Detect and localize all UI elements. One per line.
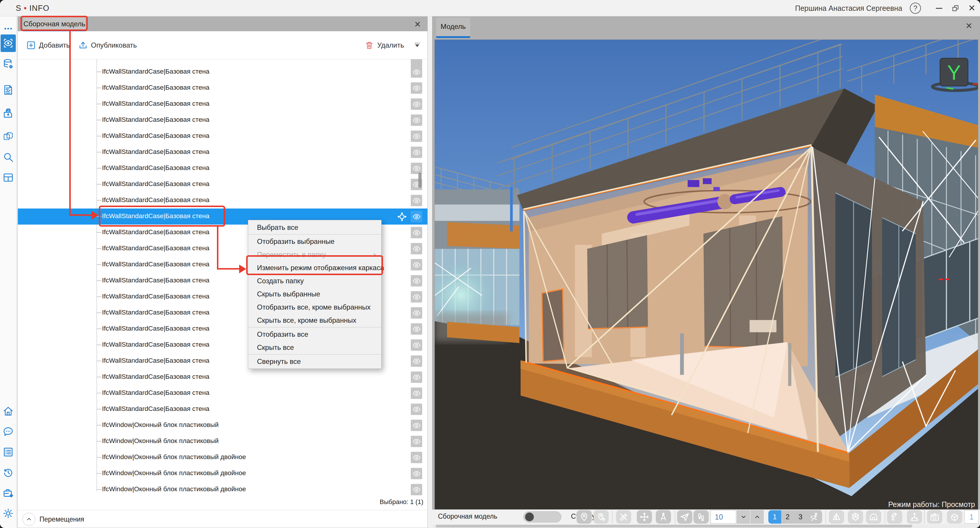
context-menu-item[interactable]: Отобразить выбранные › (248, 235, 381, 248)
context-menu-item[interactable]: Скрыть все › (248, 341, 381, 354)
visibility-eye-icon[interactable] (411, 323, 422, 335)
camera-icon[interactable] (927, 510, 942, 523)
context-menu-item[interactable]: › (248, 327, 381, 327)
context-menu-item[interactable]: Скрыть выбранные › (248, 287, 381, 301)
tree-row[interactable]: IfcWallStandardCase|Базовая стена (18, 64, 428, 80)
tunnel-dome-icon[interactable] (866, 510, 881, 523)
visibility-eye-icon[interactable] (411, 275, 422, 287)
visibility-eye-icon[interactable] (411, 355, 422, 367)
minimize-button[interactable] (931, 0, 947, 16)
history-icon[interactable] (1, 466, 15, 479)
collapse-chevron-icon[interactable] (22, 513, 35, 526)
visibility-eye-icon[interactable] (411, 82, 422, 94)
visibility-eye-icon-clipped[interactable] (411, 59, 422, 67)
context-menu-item[interactable]: Выбрать все › (248, 221, 381, 234)
tree-row[interactable]: IfcWallStandardCase|Базовая стена (18, 192, 428, 209)
elevation-up-icon[interactable] (907, 510, 922, 523)
move-arrows-icon[interactable] (637, 510, 652, 523)
report-chart-icon[interactable] (1, 83, 15, 97)
visibility-eye-icon[interactable] (411, 114, 422, 126)
page-button-2[interactable]: 2 (781, 510, 794, 523)
visibility-eye-icon[interactable] (411, 227, 422, 238)
airplane-icon[interactable] (677, 510, 692, 523)
map-pin-gear-icon[interactable] (593, 510, 609, 523)
chat-icon[interactable] (1, 425, 15, 439)
help-icon[interactable]: ? (910, 3, 921, 14)
spinner-up-icon[interactable] (751, 510, 764, 523)
tree-row[interactable]: IfcWallStandardCase|Базовая стена (18, 369, 428, 385)
viewer-eye-icon[interactable] (1, 35, 16, 52)
layout-grid-icon[interactable] (1, 171, 15, 185)
visibility-eye-icon[interactable] (411, 339, 422, 351)
context-menu-item[interactable]: Отобразить все › (248, 328, 381, 341)
visibility-eye-icon[interactable] (411, 259, 422, 270)
context-menu-item[interactable]: Переместить в папку › (248, 248, 381, 261)
panel-close-icon[interactable]: ✕ (414, 19, 421, 29)
page-button-3[interactable]: 3 (794, 510, 807, 523)
publish-button[interactable]: Опубликовать (78, 40, 137, 50)
visibility-eye-icon[interactable] (411, 420, 422, 431)
visibility-eye-icon[interactable] (411, 307, 422, 319)
tree-row[interactable]: IfcWallStandardCase|Базовая стена (18, 176, 428, 192)
visibility-eye-icon[interactable] (411, 130, 422, 142)
visibility-eye-icon[interactable] (411, 66, 422, 78)
visibility-eye-icon[interactable] (411, 243, 422, 254)
list-scrollbar-thumb[interactable] (418, 173, 422, 188)
footprints-icon[interactable] (694, 510, 709, 523)
context-menu-item[interactable]: › (248, 354, 381, 355)
visibility-eye-icon[interactable] (411, 387, 422, 399)
runner-icon[interactable] (807, 510, 822, 523)
locate-crosshair-icon[interactable] (396, 211, 407, 222)
add-button[interactable]: Добавить (26, 40, 70, 50)
tree-row[interactable]: IfcWallStandardCase|Базовая стена (18, 96, 428, 112)
frame-input[interactable]: 1 (964, 510, 979, 523)
count-input[interactable]: 10 (710, 510, 736, 523)
tree-row[interactable]: IfcWindow|Оконный блок пластиковый двойн… (18, 482, 428, 495)
close-button[interactable]: ✕ (964, 0, 980, 16)
tree-row[interactable]: IfcWallStandardCase|Базовая стена (18, 385, 428, 401)
page-button-1[interactable]: 1 (768, 510, 781, 523)
prism-icon[interactable] (829, 510, 844, 523)
filter-icon[interactable] (413, 41, 422, 50)
copy-selection-icon[interactable] (1, 130, 15, 144)
visibility-eye-icon[interactable] (411, 291, 422, 303)
visibility-eye-icon[interactable] (411, 484, 422, 495)
measure-tools-icon[interactable] (616, 510, 631, 523)
tree-row[interactable]: IfcWallStandardCase|Базовая стена (18, 128, 428, 144)
visibility-eye-icon[interactable] (411, 195, 422, 206)
tree-row[interactable]: IfcWallStandardCase|Базовая стена (18, 401, 428, 417)
model-structures-toggle[interactable] (523, 511, 562, 522)
visibility-eye-icon[interactable] (411, 436, 422, 447)
tree-row[interactable]: IfcWallStandardCase|Базовая стена (18, 80, 428, 96)
tree-row[interactable]: IfcWindow|Оконный блок пластиковый двойн… (18, 449, 428, 466)
restore-button[interactable] (947, 0, 964, 16)
visibility-eye-icon[interactable] (411, 468, 422, 479)
wire-cube-icon[interactable] (848, 510, 863, 523)
visibility-eye-icon[interactable] (411, 404, 422, 415)
context-menu-item[interactable]: Скрыть все, кроме выбранных › (248, 314, 381, 327)
tree-row[interactable]: IfcWindow|Оконный блок пластиковый (18, 433, 428, 449)
context-menu-item[interactable]: › (248, 234, 381, 235)
tree-row[interactable]: IfcWindow|Оконный блок пластиковый (18, 417, 428, 433)
map-pin-icon[interactable] (576, 510, 592, 523)
bounding-box-icon[interactable] (947, 510, 962, 523)
visibility-eye-icon[interactable] (411, 98, 422, 110)
flashlight-icon[interactable] (887, 510, 902, 523)
panel-close-icon[interactable]: ✕ (966, 21, 972, 31)
context-menu-item[interactable]: Отобразить все, кроме выбранных › (248, 301, 381, 314)
horizontal-scrollbar-thumb[interactable] (436, 525, 912, 527)
tree-row[interactable]: IfcWallStandardCase|Базовая стена (18, 144, 428, 160)
visibility-eye-icon[interactable] (411, 147, 422, 158)
visibility-eye-icon[interactable] (411, 371, 422, 383)
settings-gear-icon[interactable] (1, 506, 15, 520)
tab-assembly-model[interactable]: Сборочная модель (23, 17, 86, 31)
menu-dots-icon[interactable] (1, 22, 15, 36)
briefcase-settings-icon[interactable] (1, 486, 15, 500)
context-menu-item[interactable]: Изменить режим отображения каркаса › (248, 261, 381, 274)
visibility-eye-icon[interactable] (411, 452, 422, 463)
tree-row[interactable]: IfcWallStandardCase|Базовая стена (18, 112, 428, 128)
movements-section-header[interactable]: Перемещения (18, 510, 428, 528)
search-icon[interactable] (1, 150, 15, 164)
tree-row[interactable]: IfcWallStandardCase|Базовая стена (18, 160, 428, 176)
database-gear-icon[interactable] (1, 57, 15, 71)
